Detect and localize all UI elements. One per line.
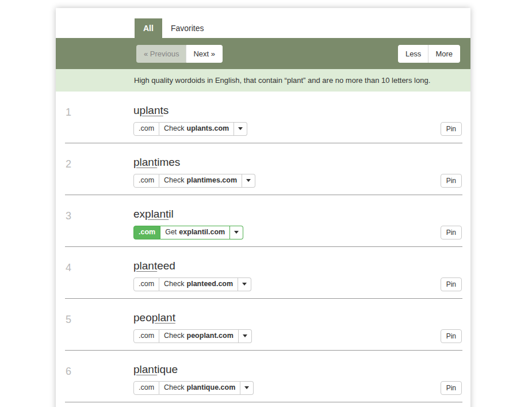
word-match: plant [133,363,157,375]
domain-dropdown-button[interactable] [239,329,252,343]
caret-down-icon [246,179,251,182]
search-criteria-banner: High quality wordoids in English, that c… [56,69,470,92]
caret-down-icon [244,386,249,389]
domain-action-label: Check [164,125,184,133]
pin-button[interactable]: Pin [441,174,462,188]
domain-action-label: Get [165,229,177,237]
wordoid-link[interactable]: plantique [133,363,178,376]
next-page-button[interactable]: Next » [186,45,223,63]
caret-down-icon [234,231,239,234]
word-suffix: ique [157,363,178,375]
word-match: plant [145,208,169,220]
tabs-header: All Favorites [56,8,470,38]
domain-button-group: .com Checkuplants.com [133,122,247,136]
result-number: 2 [66,158,71,170]
search-criteria-text: High quality wordoids in English, that c… [134,76,430,85]
result-row: 2 plantimes .com Checkplantimes.com Pin [56,143,470,195]
less-more-button-group: Less More [398,45,460,63]
wordoid-link[interactable]: planteed [133,260,175,272]
result-number: 4 [66,262,71,274]
domain-action-label: Check [164,332,184,340]
domain-button-group: .com Checkplanteed.com [133,277,251,291]
caret-down-icon [242,283,247,286]
check-domain-button[interactable]: Checkplanteed.com [159,277,238,291]
domain-dropdown-button[interactable] [234,122,247,136]
result-number: 5 [66,314,71,326]
result-number: 6 [66,366,71,378]
row-actions: .com Checkplantique.com Pin [133,381,462,395]
word-match: plant [133,260,157,272]
result-row: 4 planteed .com Checkplanteed.com Pin [56,247,470,299]
pagination-toolbar: « Previous Next » Less More [56,38,470,69]
wordoid-link[interactable]: uplants [133,104,169,117]
word-suffix: imes [157,156,180,168]
domain-name-label: peoplant.com [187,332,234,340]
tld-badge[interactable]: .com [133,174,159,188]
word-prefix: peo [133,311,152,324]
pin-button[interactable]: Pin [441,226,462,239]
pin-button[interactable]: Pin [441,122,462,136]
domain-name-label: planteed.com [187,280,234,288]
result-number: 1 [66,106,71,119]
word-suffix: il [169,208,173,220]
row-actions: .com Checkplanteed.com Pin [133,277,462,291]
less-button[interactable]: Less [398,45,428,63]
tab-all[interactable]: All [135,18,162,38]
word-prefix: u [133,104,140,116]
wordoid-link[interactable]: plantimes [133,156,180,169]
word-match: plant [140,104,163,116]
domain-button-group: .com Checkpeoplant.com [133,329,252,343]
domain-name-label: uplants.com [187,125,229,133]
result-row: 3 explantil .com Getexplantil.com Pin [56,195,470,247]
tld-badge[interactable]: .com [133,381,159,395]
pin-button[interactable]: Pin [441,381,462,395]
pin-button[interactable]: Pin [441,277,462,291]
check-domain-button[interactable]: Checkplantimes.com [159,174,242,188]
more-button[interactable]: More [428,45,460,63]
domain-name-label: plantique.com [187,384,236,392]
previous-page-button[interactable]: « Previous [136,45,186,63]
wordoid-link[interactable]: peoplant [133,311,175,324]
caret-down-icon [238,127,243,130]
result-row: 6 plantique .com Checkplantique.com Pin [56,351,470,402]
word-prefix: ex [133,208,145,220]
domain-dropdown-button[interactable] [242,174,255,188]
domain-dropdown-button[interactable] [240,381,254,395]
domain-button-group: .com Checkplantimes.com [133,174,255,188]
tld-badge[interactable]: .com [133,329,159,343]
row-actions: .com Checkpeoplant.com Pin [133,329,462,343]
row-actions: .com Checkplantimes.com Pin [133,174,462,188]
check-domain-button[interactable]: Checkuplants.com [159,122,234,136]
pin-button[interactable]: Pin [441,329,462,343]
domain-button-group: .com Getexplantil.com [133,226,243,239]
wordoid-link[interactable]: explantil [133,208,174,220]
result-row: 5 peoplant .com Checkpeoplant.com Pin [56,299,470,351]
check-domain-button[interactable]: Getexplantil.com [160,226,230,239]
domain-name-label: explantil.com [179,229,225,237]
result-number: 3 [66,210,71,222]
check-domain-button[interactable]: Checkplantique.com [159,381,240,395]
domain-action-label: Check [164,384,184,392]
row-actions: .com Checkuplants.com Pin [133,122,462,136]
tld-badge[interactable]: .com [133,122,159,136]
pagination-button-group: « Previous Next » [136,45,223,63]
tld-badge[interactable]: .com [133,277,159,291]
caret-down-icon [243,334,247,337]
check-domain-button[interactable]: Checkpeoplant.com [159,329,239,343]
word-suffix: eed [157,260,175,272]
tab-favorites[interactable]: Favorites [162,18,213,38]
domain-button-group: .com Checkplantique.com [133,381,254,395]
word-match: plant [152,311,175,324]
tld-badge[interactable]: .com [133,226,160,239]
word-match: plant [133,156,157,168]
result-row: 1 uplants .com Checkuplants.com Pin [56,92,470,143]
domain-dropdown-button[interactable] [230,226,243,239]
domain-action-label: Check [164,280,184,288]
results-list: 1 uplants .com Checkuplants.com Pin 2 pl… [56,92,470,402]
wordoid-results-panel: All Favorites « Previous Next » Less Mor… [56,8,470,407]
row-actions: .com Getexplantil.com Pin [133,226,462,239]
domain-action-label: Check [164,177,184,185]
word-suffix: s [163,104,169,116]
domain-dropdown-button[interactable] [238,277,251,291]
domain-name-label: plantimes.com [187,177,238,185]
